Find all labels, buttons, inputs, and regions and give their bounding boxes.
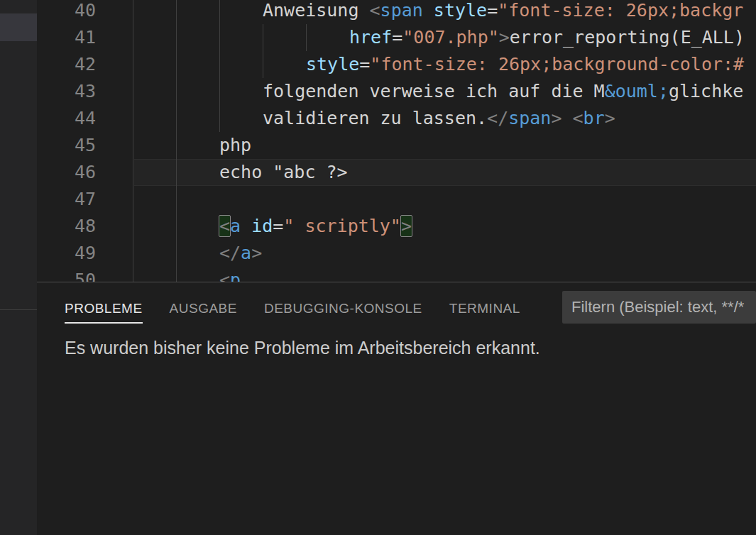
code-line-42[interactable]: style="font-size: 26px;background-color:…: [306, 51, 744, 78]
line-number: 46: [37, 159, 96, 186]
indent-guide: [263, 24, 263, 51]
code-line-43[interactable]: folgenden verweise ich auf die M&ouml;gl…: [263, 78, 743, 105]
indent-guide: [133, 51, 133, 78]
line-number: 48: [37, 213, 96, 240]
indent-guide: [133, 0, 133, 24]
indent-guide: [133, 213, 133, 240]
line-number: 41: [37, 24, 96, 51]
tab-ausgabe[interactable]: AUSGABE: [170, 292, 237, 325]
line-number: 43: [37, 78, 96, 105]
line-number: 47: [37, 186, 96, 213]
indent-guide: [219, 78, 220, 105]
indent-guide: [176, 159, 177, 186]
indent-guide: [219, 105, 220, 132]
code-line-40[interactable]: Anweisung <span style="font-size: 26px;b…: [263, 0, 743, 24]
indent-guide: [133, 267, 133, 282]
tab-debugging-konsole[interactable]: DEBUGGING-KONSOLE: [264, 292, 422, 325]
indent-guide: [133, 186, 133, 213]
bottom-panel: PROBLEMEAUSGABEDEBUGGING-KONSOLETERMINAL…: [37, 282, 756, 535]
activity-bar-selected-item[interactable]: [0, 13, 37, 41]
indent-guide: [219, 24, 220, 51]
indent-guide: [176, 105, 177, 132]
code-line-46[interactable]: echo "abc ?>: [219, 159, 348, 186]
code-line-41[interactable]: href="007.php">error_reporting(E_ALL): [349, 24, 745, 51]
code-line-45[interactable]: php: [219, 132, 251, 159]
line-number: 45: [37, 132, 96, 159]
indent-guide: [176, 186, 177, 213]
indent-guide: [176, 51, 177, 78]
problems-empty-message: Es wurden bisher keine Probleme im Arbei…: [65, 338, 540, 358]
tab-terminal[interactable]: TERMINAL: [449, 292, 520, 325]
code-line-49[interactable]: </a>: [219, 240, 262, 267]
activity-bar-divider: [0, 309, 37, 310]
indent-guide: [176, 78, 177, 105]
indent-guide: [176, 213, 177, 240]
indent-guide: [176, 240, 177, 267]
panel-tabs: PROBLEMEAUSGABEDEBUGGING-KONSOLETERMINAL: [65, 282, 520, 325]
code-line-50[interactable]: <p: [219, 267, 241, 282]
line-number: 42: [37, 51, 96, 78]
indent-guide: [306, 24, 307, 51]
code-line-48[interactable]: <a id=" scriptly">: [219, 213, 412, 240]
indent-guide: [133, 105, 133, 132]
indent-guide: [176, 0, 177, 24]
indent-guide: [263, 51, 263, 78]
indent-guide: [176, 132, 177, 159]
indent-guide: [176, 267, 177, 282]
indent-guide: [133, 24, 133, 51]
vscode-window: 40Anweisung <span style="font-size: 26px…: [0, 0, 756, 535]
indent-guide: [219, 51, 220, 78]
code-editor[interactable]: 40Anweisung <span style="font-size: 26px…: [37, 0, 756, 282]
line-number: 49: [37, 240, 96, 267]
indent-guide: [133, 132, 133, 159]
indent-guide: [176, 24, 177, 51]
line-number: 44: [37, 105, 96, 132]
indent-guide: [219, 0, 220, 24]
indent-guide: [133, 159, 133, 186]
line-number: 50: [37, 267, 96, 282]
indent-guide: [133, 240, 133, 267]
tab-probleme[interactable]: PROBLEME: [65, 292, 143, 325]
line-number: 40: [37, 0, 96, 24]
activity-bar[interactable]: [0, 0, 37, 535]
indent-guide: [133, 78, 133, 105]
problems-filter-input[interactable]: [562, 291, 756, 324]
code-line-44[interactable]: validieren zu lassen.</span> <br>: [263, 105, 615, 132]
